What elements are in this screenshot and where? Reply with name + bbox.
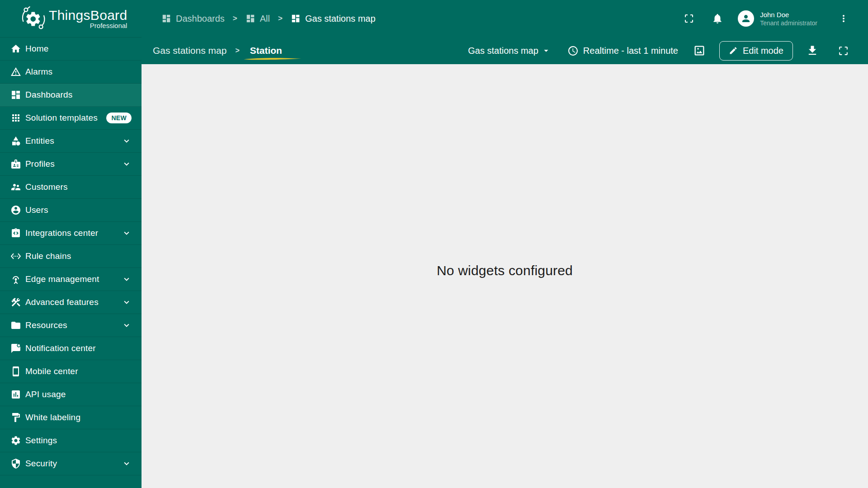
dashboards-icon (291, 14, 301, 23)
sidebar-item-profiles[interactable]: Profiles (0, 153, 142, 176)
top-header-bar: ThingsBoard Professional Dashboards > Al… (0, 0, 868, 37)
sidebar-item-label: Dashboards (25, 90, 72, 100)
sidebar-item-api-usage[interactable]: API usage (0, 383, 142, 406)
sidebar-item-label: Integrations center (25, 228, 98, 238)
logo-text: ThingsBoard Professional (49, 8, 127, 29)
sidebar-item-label: Mobile center (25, 366, 78, 376)
sidebar-item-label: API usage (25, 389, 66, 399)
user-name: John Doe (760, 10, 817, 19)
sidebar-item-security[interactable]: Security (0, 452, 142, 475)
body-row: Home Alarms Dashboards Solution template… (0, 37, 868, 488)
sidebar-item-advanced-features[interactable]: Advanced features (0, 291, 142, 314)
dashboard-state-label: Station (250, 45, 282, 56)
avatar[interactable] (738, 10, 754, 27)
sidebar-item-label: Profiles (25, 159, 55, 169)
sidebar-item-label: Resources (25, 320, 67, 330)
empty-state-message: No widgets configured (437, 263, 573, 278)
sidebar-item-resources[interactable]: Resources (0, 314, 142, 337)
dashboard-breadcrumb-root[interactable]: Gas stations map (153, 45, 226, 56)
sidebar-item-customers[interactable]: Customers (0, 176, 142, 199)
person-icon (741, 13, 751, 24)
dashboard-select[interactable]: Gas stations map (468, 46, 551, 56)
breadcrumb-separator: > (278, 14, 283, 23)
breadcrumb-item-all[interactable]: All (245, 14, 270, 24)
dashboard-select-value: Gas stations map (468, 46, 538, 56)
sidebar-item-label: Entities (25, 136, 54, 146)
sidebar-item-integrations-center[interactable]: Integrations center (0, 222, 142, 245)
fullscreen-icon[interactable] (838, 45, 849, 56)
sidebar-item-label: Solution templates (25, 113, 98, 123)
dashboard-state-station[interactable]: Station (248, 45, 284, 56)
sidebar-item-label: Notification center (25, 343, 96, 353)
sidebar-item-settings[interactable]: Settings (0, 429, 142, 452)
chevron-down-icon (122, 136, 132, 146)
sidebar-item-label: Security (25, 459, 57, 469)
sidebar-item-rule-chains[interactable]: Rule chains (0, 245, 142, 268)
edit-mode-label: Edit mode (743, 46, 783, 56)
sidebar-item-dashboards[interactable]: Dashboards (0, 84, 142, 107)
image-gallery-icon[interactable] (693, 44, 706, 57)
sidebar-item-notification-center[interactable]: Notification center (0, 337, 142, 360)
notification-flag-icon (10, 343, 21, 354)
chevron-down-icon (541, 46, 551, 56)
dashboard-toolbar: Gas stations map > Station Gas stations … (142, 37, 868, 64)
edit-mode-button[interactable]: Edit mode (719, 41, 793, 61)
sidebar-item-label: Advanced features (25, 297, 99, 307)
toolbar-actions: Gas stations map Realtime - last 1 minut… (468, 41, 849, 61)
dashboard-canvas: No widgets configured (142, 64, 868, 488)
chevron-down-icon (122, 297, 132, 307)
apps-grid-icon (10, 113, 21, 123)
sidebar-item-alarms[interactable]: Alarms (0, 61, 142, 84)
user-menu[interactable]: John Doe Tenant administrator (760, 10, 817, 27)
sidebar-item-label: White labeling (25, 413, 80, 422)
pencil-icon (729, 46, 738, 55)
sidebar-item-edge-management[interactable]: Edge management (0, 268, 142, 291)
sidebar-item-label: Users (25, 205, 48, 215)
breadcrumb-item-gas-stations-map[interactable]: Gas stations map (291, 14, 376, 24)
dashboards-icon (10, 89, 21, 100)
header-actions: John Doe Tenant administrator (684, 10, 868, 27)
state-underline-accent (243, 57, 302, 61)
dashboard-breadcrumb: Gas stations map > Station (153, 45, 284, 56)
sidebar-item-mobile-center[interactable]: Mobile center (0, 360, 142, 383)
breadcrumb-separator: > (235, 47, 239, 55)
dashboards-icon (161, 14, 171, 23)
breadcrumb-item-dashboards[interactable]: Dashboards (161, 14, 225, 24)
chevron-down-icon (122, 459, 132, 469)
sidebar-item-entities[interactable]: Entities (0, 130, 142, 153)
sidebar-item-label: Alarms (25, 67, 52, 77)
user-role: Tenant administrator (760, 19, 817, 27)
user-circle-icon (10, 205, 21, 216)
tools-icon (10, 297, 21, 308)
folder-icon (10, 320, 21, 331)
sidebar-item-label: Rule chains (25, 251, 71, 261)
shield-icon (10, 458, 21, 469)
antenna-icon (10, 274, 21, 285)
sidebar-item-label: Settings (25, 436, 57, 446)
clock-icon (567, 45, 579, 56)
sidebar-item-label: Edge management (25, 274, 99, 284)
notifications-bell-icon[interactable] (712, 13, 723, 24)
breadcrumb-separator: > (233, 14, 237, 23)
sidebar-item-white-labeling[interactable]: White labeling (0, 406, 142, 429)
logo-title: ThingsBoard (49, 8, 127, 23)
alarm-warning-icon (10, 66, 21, 77)
integration-icon (10, 228, 21, 239)
new-badge: NEW (106, 113, 132, 123)
thingsboard-logo[interactable]: ThingsBoard Professional (0, 6, 142, 31)
rule-chain-icon (10, 251, 21, 262)
timewindow-button[interactable]: Realtime - last 1 minute (567, 45, 678, 56)
fullscreen-icon[interactable] (684, 13, 694, 24)
breadcrumb-label: All (260, 14, 270, 24)
timewindow-label: Realtime - last 1 minute (583, 46, 678, 56)
download-icon[interactable] (806, 44, 819, 57)
sidebar-item-label: Home (25, 44, 48, 54)
more-vert-icon[interactable] (838, 13, 849, 24)
gear-icon (10, 435, 21, 446)
chevron-down-icon (122, 159, 132, 169)
sidebar-item-home[interactable]: Home (0, 38, 142, 61)
sidebar-item-label: Customers (25, 182, 68, 192)
sidebar-item-solution-templates[interactable]: Solution templates NEW (0, 107, 142, 130)
sidebar-item-users[interactable]: Users (0, 199, 142, 222)
breadcrumb-label: Gas stations map (305, 14, 376, 24)
